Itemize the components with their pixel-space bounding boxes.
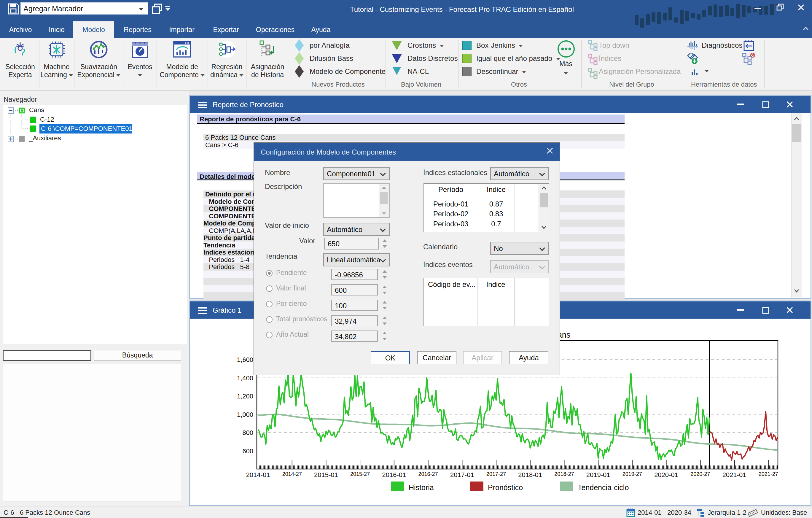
svg-text:2016-01: 2016-01 [382,471,406,479]
svg-text:2014-01: 2014-01 [246,471,270,479]
svg-text:2021-27: 2021-27 [759,471,778,477]
svg-text:Pronóstico: Pronóstico [488,483,523,492]
svg-text:1,400: 1,400 [237,374,253,382]
svg-text:2017-01: 2017-01 [450,471,474,479]
svg-text:2016-27: 2016-27 [418,471,438,477]
svg-text:Historia: Historia [409,483,434,492]
svg-text:2015-27: 2015-27 [350,471,370,477]
svg-text:2019-01: 2019-01 [586,471,610,479]
svg-text:2021-01: 2021-01 [722,471,747,479]
svg-text:600: 600 [242,448,253,455]
svg-text:1,600: 1,600 [237,356,253,364]
svg-text:2015-01: 2015-01 [314,471,338,479]
svg-text:2018-01: 2018-01 [518,471,542,479]
svg-text:2017-27: 2017-27 [486,471,506,477]
svg-text:Tendencia-ciclo: Tendencia-ciclo [578,483,629,492]
svg-text:2018-27: 2018-27 [554,471,574,477]
svg-text:800: 800 [242,429,253,436]
svg-text:2020-01: 2020-01 [654,471,678,479]
svg-text:2019-27: 2019-27 [622,471,642,477]
svg-text:2014-27: 2014-27 [282,471,302,477]
svg-text:1,000: 1,000 [237,411,253,418]
svg-text:1,200: 1,200 [237,393,253,400]
svg-text:2020-27: 2020-27 [690,471,710,477]
